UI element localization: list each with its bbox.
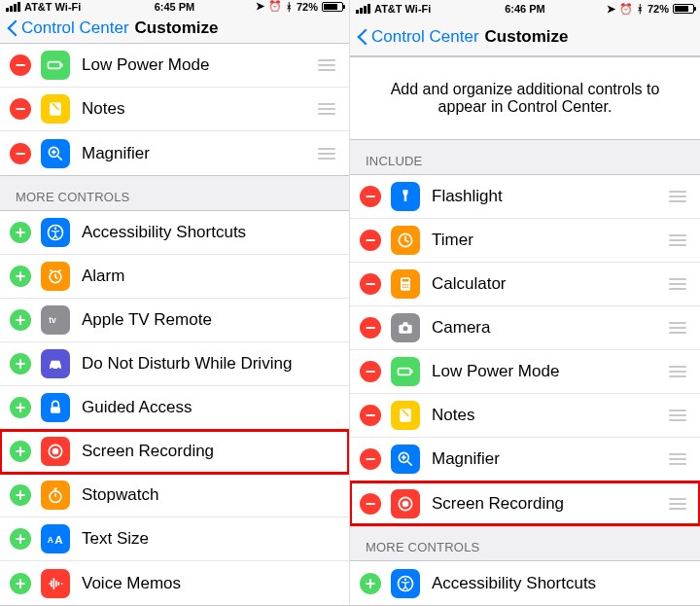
waveform-icon [41, 569, 70, 598]
drag-handle-icon[interactable] [667, 234, 688, 246]
drag-handle-icon[interactable] [316, 148, 337, 160]
row-camera[interactable]: Camera [350, 306, 700, 350]
svg-line-35 [408, 462, 412, 466]
screen-right: AT&T Wi-Fi 6:46 PM ➤ ⏰ ᚼ 72% Control Cen… [350, 0, 700, 606]
drag-handle-icon[interactable] [316, 103, 337, 115]
svg-rect-32 [411, 370, 413, 373]
add-button[interactable] [10, 266, 31, 287]
accessibility-icon [391, 569, 420, 598]
row-magnifier[interactable]: Magnifier [0, 131, 349, 175]
alarm-icon [41, 262, 70, 291]
remove-button[interactable] [10, 54, 31, 76]
add-button[interactable] [10, 222, 31, 243]
row-dnd-driving[interactable]: Do Not Disturb While Driving [0, 342, 349, 386]
calculator-icon [391, 269, 420, 299]
row-flashlight[interactable]: Flashlight [350, 175, 700, 219]
remove-button[interactable] [360, 448, 381, 470]
svg-rect-21 [402, 279, 409, 282]
row-voicememos[interactable]: Voice Memos [0, 561, 349, 605]
car-icon [41, 349, 70, 378]
record-icon [391, 489, 420, 518]
svg-point-24 [407, 284, 409, 286]
add-button[interactable] [360, 573, 381, 594]
row-label: Guided Access [82, 398, 337, 417]
drag-handle-icon[interactable] [316, 59, 337, 71]
add-button[interactable] [10, 441, 31, 462]
svg-point-25 [402, 287, 404, 289]
remove-button[interactable] [360, 273, 381, 295]
drag-handle-icon[interactable] [667, 498, 688, 510]
remove-button[interactable] [10, 98, 31, 120]
svg-rect-30 [403, 322, 408, 325]
svg-point-26 [404, 287, 406, 289]
row-notes[interactable]: Notes [350, 394, 700, 438]
row-timer[interactable]: Timer [350, 219, 700, 263]
nav-bar: Control Center Customize [0, 14, 349, 44]
remove-button[interactable] [360, 186, 381, 207]
page-title: Customize [135, 18, 219, 38]
drag-handle-icon[interactable] [667, 191, 688, 202]
row-accessibility[interactable]: Accessibility Shortcuts [0, 211, 349, 255]
row-guided[interactable]: Guided Access [0, 386, 349, 430]
row-label: Text Size [82, 529, 337, 549]
row-lowpower[interactable]: Low Power Mode [350, 350, 700, 394]
drag-handle-icon[interactable] [667, 453, 688, 465]
appletv-icon: tv [41, 305, 70, 335]
row-label: Low Power Mode [432, 362, 667, 381]
svg-point-27 [407, 287, 409, 289]
row-label: Screen Recording [432, 494, 667, 514]
remove-button[interactable] [360, 493, 381, 515]
status-bar: AT&T Wi-Fi 6:46 PM ➤ ⏰ ᚼ 72% [350, 0, 700, 18]
row-label: Magnifier [82, 144, 316, 163]
row-lowpower[interactable]: Low Power Mode [0, 44, 349, 88]
add-button[interactable] [10, 528, 31, 550]
svg-point-15 [52, 448, 59, 455]
row-screenrec[interactable]: Screen Recording [0, 430, 349, 474]
drag-handle-icon[interactable] [667, 322, 688, 334]
drag-handle-icon[interactable] [667, 278, 688, 290]
drag-handle-icon[interactable] [667, 410, 688, 421]
back-button[interactable]: Control Center [358, 27, 479, 47]
battery-pct: 72% [648, 3, 669, 15]
row-appletv[interactable]: tvApple TV Remote [0, 299, 349, 342]
add-button[interactable] [10, 484, 31, 506]
row-stopwatch[interactable]: Stopwatch [0, 474, 349, 517]
row-label: Voice Memos [82, 574, 337, 593]
svg-text:tv: tv [49, 315, 56, 325]
row-label: Notes [82, 99, 316, 119]
back-label: Control Center [21, 18, 129, 38]
more-controls-list: Accessibility ShortcutsAlarmtvApple TV R… [0, 210, 349, 606]
timer-icon [391, 226, 420, 255]
row-notes[interactable]: Notes [0, 88, 349, 131]
add-button[interactable] [10, 353, 31, 374]
remove-button[interactable] [360, 361, 381, 382]
row-textsize[interactable]: AAText Size [0, 517, 349, 561]
row-screenrec[interactable]: Screen Recording [350, 481, 700, 525]
notes-icon [391, 401, 420, 430]
camera-icon [391, 313, 420, 342]
row-alarm[interactable]: Alarm [0, 255, 349, 299]
row-label: Alarm [82, 267, 337, 286]
status-bar: AT&T Wi-Fi 6:45 PM ➤ ⏰ ᚼ 72% [0, 0, 349, 14]
remove-button[interactable] [360, 317, 381, 339]
row-accessibility[interactable]: Accessibility Shortcuts [350, 561, 700, 605]
add-button[interactable] [10, 309, 31, 331]
svg-point-12 [57, 368, 60, 371]
svg-point-8 [54, 228, 57, 231]
svg-rect-13 [51, 407, 60, 413]
add-button[interactable] [10, 397, 31, 418]
carrier-label: AT&T Wi-Fi [374, 3, 431, 15]
row-label: Do Not Disturb While Driving [82, 354, 337, 374]
clock: 6:45 PM [155, 1, 195, 13]
bluetooth-icon: ᚼ [286, 1, 293, 13]
row-magnifier[interactable]: Magnifier [350, 438, 700, 481]
row-calculator[interactable]: Calculator [350, 263, 700, 306]
battery-pct: 72% [297, 1, 318, 13]
drag-handle-icon[interactable] [667, 366, 688, 377]
remove-button[interactable] [360, 405, 381, 426]
remove-button[interactable] [10, 143, 31, 164]
signal-icon [6, 2, 20, 12]
add-button[interactable] [10, 573, 31, 594]
remove-button[interactable] [360, 230, 381, 251]
back-button[interactable]: Control Center [8, 18, 129, 38]
